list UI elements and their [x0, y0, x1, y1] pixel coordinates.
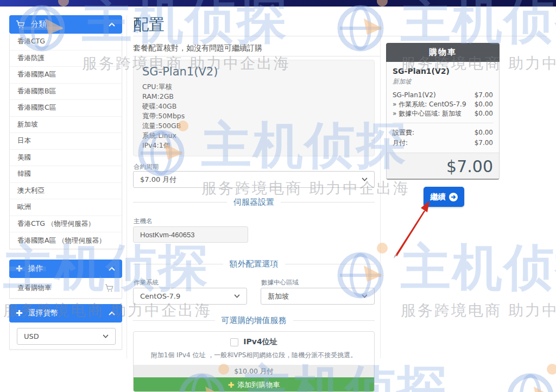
chevron-up-icon: [108, 22, 116, 27]
sidebar-currency-header[interactable]: ✚ 選擇貨幣: [9, 304, 122, 323]
plan-spec-ram: RAM:2GB: [142, 92, 365, 102]
section-server-settings: 伺服器設置: [133, 197, 375, 207]
sidebar-actions-header[interactable]: ✚ 操作: [9, 260, 122, 278]
sidebar-currency-title: 選擇貨幣: [28, 308, 59, 318]
cart-setup-fee-row: 設置費: $0.00: [393, 128, 493, 138]
subtitle-divider: [133, 56, 380, 56]
view-cart-link[interactable]: 查看購物車: [10, 278, 122, 298]
plus-icon: ✚: [16, 309, 23, 318]
addon-ipv4-price: $10.00 月付: [134, 365, 374, 377]
cart-product-name: SG-Plan1(V2): [393, 67, 493, 75]
chevron-up-icon: [108, 311, 116, 316]
cart-monthly-label: 月付:: [393, 138, 408, 148]
currency-select[interactable]: USD: [17, 328, 116, 345]
top-navigation-bar: [0, 0, 556, 7]
watermark: 主机侦探 服务跨境电商 助力中企出海: [502, 363, 556, 392]
add-to-cart-button[interactable]: ✚ 添加到購物車: [134, 377, 374, 392]
sidebar-item-hk-intl-b[interactable]: 香港國際B區: [10, 84, 122, 100]
sidebar-item-singapore[interactable]: 新加坡: [10, 117, 122, 134]
cart-line-label: » 數據中心區域: 新加坡: [393, 109, 462, 118]
cart-line-item: » 作業系統: CentOS-7.9 $0.00: [393, 100, 493, 109]
cart-line-price: $0.00: [475, 109, 493, 118]
cart-total-caption: 當前合約價格: [393, 179, 493, 180]
sidebar-item-korea[interactable]: 韓國: [10, 166, 122, 183]
addon-ipv4-checkbox[interactable]: [230, 338, 238, 346]
billing-cycle-select[interactable]: $7.00 月付: [133, 171, 375, 188]
sidebar-item-europe[interactable]: 歐洲: [10, 199, 122, 216]
cart-divider: [393, 123, 493, 123]
checkout-config-page: 分類 香港CTG 香港防護 香港國際A區 香港國際B區 香港國際C區 新加坡 日…: [0, 0, 556, 392]
page-title: 配置: [133, 14, 165, 36]
billing-cycle-label: 合約周期: [134, 163, 159, 171]
cart-monthly-price: $7.00: [475, 138, 493, 148]
cart-summary-panel: SG-Plan1(V2) 新加坡 SG-Plan1(V2) $7.00 » 作業…: [386, 62, 500, 180]
plan-name: SG-Plan1(V2): [142, 65, 365, 78]
section-server-settings-title: 伺服器設置: [233, 197, 274, 207]
plan-summary-panel: SG-Plan1(V2) CPU:單核 RAM:2GB 硬碟:40GB 寬帶:5…: [133, 60, 375, 156]
cart-line-label: SG-Plan1(V2): [393, 91, 436, 100]
chevron-down-icon: [362, 178, 368, 181]
os-label: 作業系統: [134, 279, 159, 287]
sidebar-item-hk-ctg[interactable]: 香港CTG: [10, 34, 122, 50]
plan-spec-bandwidth: 寬帶:50Mbps: [142, 111, 365, 121]
cart-icon: [16, 20, 26, 29]
currency-selected-value: USD: [24, 332, 39, 340]
cart-line-item: » 數據中心區域: 新加坡 $0.00: [393, 109, 493, 118]
datacenter-select[interactable]: 新加坡: [261, 288, 375, 305]
sidebar-category-header[interactable]: 分類: [9, 15, 122, 34]
sidebar-item-japan[interactable]: 日本: [10, 133, 122, 150]
sidebar-item-australia[interactable]: 澳大利亞: [10, 183, 122, 200]
cart-total-amount: $7.00: [393, 157, 493, 176]
os-select[interactable]: CentOS-7.9: [133, 288, 247, 305]
cart-line-item: SG-Plan1(V2) $7.00: [393, 91, 493, 100]
chevron-down-icon: [362, 294, 368, 298]
plus-icon: ✚: [16, 265, 23, 273]
cart-setup-fee-price: $0.00: [475, 128, 493, 138]
sidebar-item-usa[interactable]: 美國: [10, 150, 122, 167]
addon-ipv4-card: IPv4位址 附加1個 IPv4 位址 ，一般和VPS相同網絡位段，隨機分派不接…: [133, 331, 375, 392]
hostname-label: 主機名: [134, 217, 153, 225]
datacenter-label: 數據中心區域: [261, 279, 299, 287]
column-divider-left: [127, 15, 127, 358]
plan-spec-traffic: 流量:500GB: [142, 121, 365, 131]
section-extra-options-title: 額外配置選項: [230, 259, 279, 269]
cart-line-price: $0.00: [475, 100, 493, 109]
sidebar-actions-panel: 查看購物車: [9, 278, 122, 299]
sidebar-item-hk-ctg-physical[interactable]: 香港CTG （物理伺服器）: [10, 216, 122, 233]
sidebar-item-hk-intl-a[interactable]: 香港國際A區: [10, 67, 122, 84]
cart-header: 購物車: [386, 43, 500, 62]
datacenter-selected-value: 新加坡: [268, 292, 289, 301]
section-extra-options: 額外配置選項: [133, 259, 375, 269]
chevron-down-icon: [103, 334, 109, 338]
os-selected-value: CentOS-7.9: [140, 292, 180, 300]
plan-spec-cpu: CPU:單核: [142, 82, 365, 92]
watermark: 主机侦探 服务跨境电商 助力中企出海: [332, 242, 556, 321]
add-to-cart-label: 添加到購物車: [237, 380, 280, 390]
sidebar-item-hk-defense[interactable]: 香港防護: [10, 50, 122, 67]
hostname-input[interactable]: [133, 226, 248, 243]
arrow-right-circle-icon: [449, 193, 458, 201]
cart-total-block: $7.00 當前合約價格: [387, 153, 499, 180]
column-divider-right: [380, 15, 381, 358]
view-cart-label: 查看購物車: [17, 283, 52, 293]
page-subtitle: 套餐配置核對，如沒有問題可繼續訂購: [133, 43, 262, 53]
sidebar-category-title: 分類: [31, 20, 46, 29]
cart-line-label: » 作業系統: CentOS-7.9: [393, 100, 466, 109]
addon-ipv4-name: IPv4位址: [243, 337, 277, 347]
chevron-up-icon: [108, 267, 116, 271]
title-divider: [133, 36, 547, 36]
billing-cycle-selected-value: $7.00 月付: [140, 175, 176, 185]
chevron-down-icon: [234, 294, 240, 298]
addon-ipv4-description: 附加1個 IPv4 位址 ，一般和VPS相同網絡位段，隨機分派不接受挑選。: [134, 351, 374, 360]
cart-monthly-row: 月付: $7.00: [393, 138, 493, 148]
sidebar-item-hk-intl-a-physical[interactable]: 香港國際A區 （物理伺服器）: [10, 232, 122, 249]
sidebar-item-hk-intl-c[interactable]: 香港國際C區: [10, 100, 122, 117]
sidebar-category-list: 香港CTG 香港防護 香港國際A區 香港國際B區 香港國際C區 新加坡 日本 美…: [9, 34, 122, 249]
continue-label: 繼續: [431, 192, 446, 202]
continue-button[interactable]: 繼續: [424, 187, 464, 207]
cart-product-location: 新加坡: [393, 78, 493, 86]
plan-spec-system: 系統:Linux: [142, 131, 365, 141]
cart-icon: [105, 284, 114, 292]
section-addons-title: 可選購的增值服務: [222, 315, 287, 326]
section-addons: 可選購的增值服務: [133, 315, 375, 325]
